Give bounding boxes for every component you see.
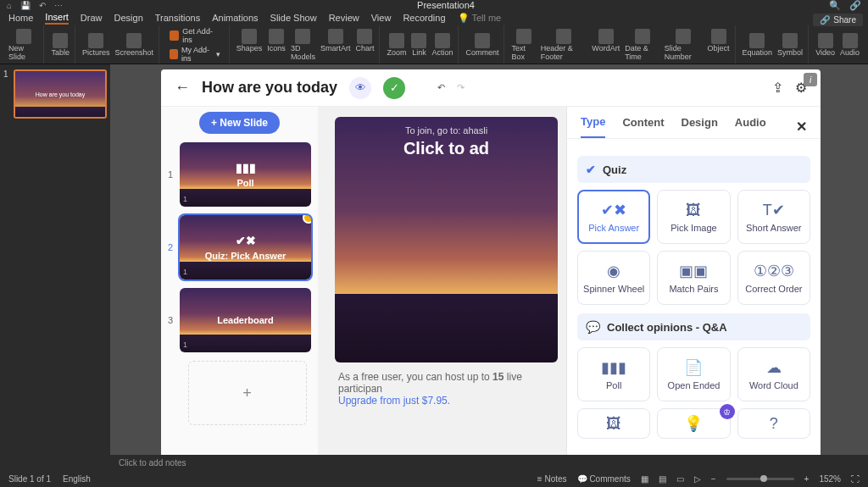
menu-tellme[interactable]: 💡 Tell me: [458, 13, 502, 24]
equation-button[interactable]: Equation: [743, 33, 773, 57]
upgrade-link[interactable]: Upgrade from just $7.95.: [338, 395, 450, 407]
comment-button[interactable]: Comment: [465, 33, 498, 57]
share-button[interactable]: 🔗Share: [813, 14, 863, 26]
slidenum-button[interactable]: Slide Number: [665, 29, 703, 61]
notes-toggle[interactable]: ≡ Notes: [537, 474, 567, 484]
view-normal-icon[interactable]: ▦: [641, 474, 648, 484]
addin-panel: i ← How are you today 👁 ✓ ↶ ↷ ⇪ ⚙ + New …: [161, 69, 821, 455]
card-pick-answer[interactable]: ✔✖Pick Answer: [577, 190, 650, 244]
audio-button[interactable]: Audio: [840, 33, 860, 57]
more-icon[interactable]: ⋯: [54, 1, 63, 10]
link-button[interactable]: Link: [411, 33, 426, 57]
thumb-number: 1: [3, 69, 10, 119]
info-icon[interactable]: i: [804, 73, 817, 86]
free-user-message: As a free user, you can host up to 15 li…: [335, 362, 558, 415]
textbox-button[interactable]: Text Box: [511, 29, 535, 61]
table-button[interactable]: Table: [51, 33, 70, 57]
zoom-slider[interactable]: [726, 478, 794, 480]
save-icon[interactable]: 💾: [20, 1, 31, 10]
menu-insert[interactable]: Insert: [45, 12, 69, 25]
card-spinner-wheel[interactable]: ◉Spinner Wheel: [577, 251, 650, 305]
view-slideshow-icon[interactable]: ▷: [694, 474, 701, 484]
crown-icon: ♔: [720, 404, 735, 419]
icons-button[interactable]: Icons: [267, 29, 286, 61]
fit-icon[interactable]: ⛶: [851, 474, 860, 484]
redo-panel-icon[interactable]: ↷: [457, 82, 465, 93]
tab-design[interactable]: Design: [682, 116, 718, 137]
search-icon[interactable]: 🔍: [829, 0, 841, 11]
pictures-button[interactable]: Pictures: [82, 33, 110, 57]
slide-thumbnail-1[interactable]: How are you today: [14, 69, 107, 119]
comments-toggle[interactable]: 💬 Comments: [577, 474, 631, 484]
link-icon[interactable]: 🔗: [849, 0, 861, 11]
zoom-out-icon[interactable]: −: [711, 474, 716, 484]
document-title: Presentation4: [63, 0, 829, 10]
undo-icon[interactable]: ↶: [39, 1, 46, 10]
panel-title: How are you today: [202, 79, 337, 97]
header-footer-button[interactable]: Header & Footer: [541, 29, 587, 61]
home-icon[interactable]: ⌂: [7, 1, 12, 10]
menu-review[interactable]: Review: [329, 13, 359, 23]
slide-title-placeholder[interactable]: Click to ad: [335, 139, 558, 158]
menu-recording[interactable]: Recording: [403, 13, 445, 23]
menu-draw[interactable]: Draw: [81, 13, 103, 23]
zoom-in-icon[interactable]: +: [804, 474, 810, 484]
card-qa[interactable]: ?: [737, 408, 810, 439]
tab-type[interactable]: Type: [581, 115, 605, 138]
card-image-choice[interactable]: 🖼: [577, 408, 650, 439]
share-panel-icon[interactable]: ⇪: [772, 80, 783, 96]
side-panel: Type Content Design Audio ✕ ✔Quiz ✔✖Pick…: [566, 107, 821, 455]
chart-button[interactable]: Chart: [355, 29, 374, 61]
slide-indicator: Slide 1 of 1: [8, 474, 51, 484]
object-button[interactable]: Object: [708, 29, 730, 61]
card-match-pairs[interactable]: ▣▣Match Pairs: [657, 251, 730, 305]
slide-item-leaderboard[interactable]: Leaderboard 1: [180, 288, 311, 352]
menu-home[interactable]: Home: [8, 13, 33, 23]
add-slide-button[interactable]: +: [188, 361, 307, 425]
symbol-button[interactable]: Symbol: [777, 33, 803, 57]
view-sorter-icon[interactable]: ▤: [659, 474, 666, 484]
new-slide-button[interactable]: + New Slide: [199, 112, 280, 134]
close-icon[interactable]: ✕: [796, 119, 807, 135]
wordart-button[interactable]: WordArt: [592, 29, 620, 61]
screenshot-button[interactable]: Screenshot: [114, 33, 153, 57]
menu-animations[interactable]: Animations: [212, 13, 258, 23]
undo-panel-icon[interactable]: ↶: [437, 82, 445, 93]
card-poll[interactable]: ▮▮▮Poll: [577, 347, 650, 401]
card-open-ended[interactable]: 📄Open Ended: [657, 347, 730, 401]
card-word-cloud[interactable]: ☁Word Cloud: [737, 347, 810, 401]
3d-models-button[interactable]: 3D Models: [291, 29, 315, 61]
menu-design[interactable]: Design: [114, 13, 143, 23]
card-idea[interactable]: 💡♔: [657, 408, 730, 439]
check-icon[interactable]: ✓: [383, 77, 405, 99]
notes-placeholder[interactable]: Click to add notes: [0, 455, 868, 470]
view-reading-icon[interactable]: ▭: [676, 474, 684, 484]
my-addins-button[interactable]: My Add-ins ▾: [170, 46, 220, 63]
menu-transitions[interactable]: Transitions: [155, 13, 200, 23]
tab-audio[interactable]: Audio: [735, 116, 766, 137]
tab-content[interactable]: Content: [622, 116, 664, 137]
slide-item-quiz[interactable]: ✔✖Quiz: Pick Answer 1: [180, 215, 311, 279]
smartart-button[interactable]: SmartArt: [320, 29, 351, 61]
main-slide[interactable]: To join, go to: ahasli Click to ad: [335, 117, 558, 362]
zoom-value[interactable]: 152%: [819, 474, 841, 484]
card-pick-image[interactable]: 🖼Pick Image: [657, 190, 730, 244]
preview-icon[interactable]: 👁: [349, 77, 371, 99]
video-button[interactable]: Video: [815, 33, 835, 57]
action-button[interactable]: Action: [431, 33, 453, 57]
titlebar: ⌂ 💾 ↶ ⋯ Presentation4 🔍 🔗: [0, 0, 868, 10]
language-indicator[interactable]: English: [63, 474, 91, 484]
get-addins-button[interactable]: Get Add-ins: [170, 27, 220, 44]
datetime-button[interactable]: Date & Time: [625, 29, 659, 61]
shapes-button[interactable]: Shapes: [236, 29, 263, 61]
menu-view[interactable]: View: [371, 13, 392, 23]
slide-thumbnails: 1 How are you today: [0, 64, 110, 455]
section-opinions: 💬Collect opinions - Q&A: [577, 313, 810, 340]
card-short-answer[interactable]: T✔Short Answer: [737, 190, 810, 244]
menu-slideshow[interactable]: Slide Show: [270, 13, 317, 23]
back-icon[interactable]: ←: [175, 79, 190, 97]
zoom-button[interactable]: Zoom: [387, 33, 406, 57]
card-correct-order[interactable]: ①②③Correct Order: [737, 251, 810, 305]
new-slide-button[interactable]: New Slide: [8, 29, 38, 61]
slide-item-poll[interactable]: ▮▮▮Poll 1: [180, 142, 311, 207]
